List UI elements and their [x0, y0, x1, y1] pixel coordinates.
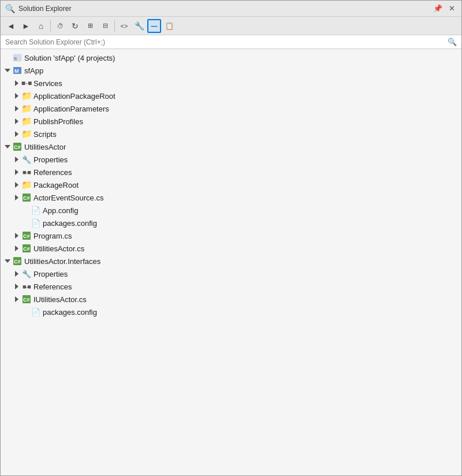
uai-packages-config-item[interactable]: 📄 packages.config [1, 306, 461, 318]
uai-properties-item[interactable]: 🔧 Properties [1, 267, 461, 280]
arrow-down-icon-3 [5, 259, 10, 263]
wrench-icon-2: 🔧 [21, 269, 32, 279]
ua-utilitiesactor-cs-expand[interactable] [12, 244, 21, 253]
csfile-icon-4: C# [21, 294, 32, 304]
arrow-right-icon-3 [15, 106, 18, 111]
solution-explorer-window: 🔍 Solution Explorer 📌 ✕ ◄ ► ⌂ ⏱ ↻ ⊞ ⊟ <>… [0, 0, 462, 476]
sfapp-icon: M [12, 65, 23, 76]
config-icon-2: 📄 [31, 218, 41, 228]
app-package-root-item[interactable]: 📁 ApplicationPackageRoot [1, 90, 461, 102]
arrow-right-icon-9 [15, 195, 18, 200]
uai-references-expand[interactable] [12, 282, 21, 291]
ua-utilitiesactor-cs-item[interactable]: C# UtilitiesActor.cs [1, 242, 461, 255]
app-params-expand[interactable] [12, 104, 21, 113]
ua-packages-config-label: packages.config [43, 219, 97, 228]
csharp-icon-2: C# [12, 256, 23, 266]
utilities-actor-interfaces-label: UtilitiesActor.Interfaces [24, 257, 100, 266]
app-params-item[interactable]: 📁 ApplicationParameters [1, 102, 461, 115]
sfapp-expand[interactable] [3, 66, 12, 75]
ua-properties-expand[interactable] [12, 155, 21, 164]
folder-icon-4: 📁 [21, 129, 32, 139]
ua-package-root-expand[interactable] [12, 180, 21, 189]
pin-button[interactable]: 📌 [433, 3, 443, 14]
utilities-actor-item[interactable]: C# UtilitiesActor [1, 140, 461, 153]
solution-item[interactable]: S Solution 'sfApp' (4 projects) [1, 51, 461, 64]
search-input[interactable] [5, 38, 448, 46]
ua-packages-config-item[interactable]: 📄 packages.config [1, 217, 461, 229]
sfapp-label: sfApp [24, 66, 43, 75]
folder-icon-5: 📁 [21, 180, 32, 190]
ua-references-item[interactable]: ■-■ References [1, 166, 461, 178]
ua-actor-event-source-item[interactable]: C# ActorEventSource.cs [1, 191, 461, 204]
forward-button[interactable]: ► [19, 19, 33, 33]
csharp-icon-1: C# [12, 142, 23, 152]
app-params-label: ApplicationParameters [33, 105, 109, 113]
refresh-button[interactable]: ↻ [68, 19, 82, 33]
utilities-actor-interfaces-item[interactable]: C# UtilitiesActor.Interfaces [1, 255, 461, 267]
services-expand[interactable] [12, 79, 21, 88]
pending-changes-button[interactable]: ⏱ [53, 19, 67, 33]
references-icon-1: ■-■ [21, 167, 32, 177]
ua-actor-event-label: ActorEventSource.cs [33, 194, 103, 202]
scripts-label: Scripts [33, 130, 57, 139]
svg-text:C#: C# [14, 144, 21, 150]
uai-iutilitiesactor-expand[interactable] [12, 295, 21, 304]
scripts-item[interactable]: 📁 Scripts [1, 128, 461, 140]
services-icon: ■-■ [21, 78, 32, 88]
back-button[interactable]: ◄ [4, 19, 18, 33]
folder-icon-1: 📁 [21, 91, 32, 101]
ua-references-expand[interactable] [12, 168, 21, 177]
show-all-files-button[interactable]: ⊞ [83, 19, 97, 33]
csfile-icon-1: C# [21, 192, 32, 203]
arrow-right-icon-6 [15, 157, 18, 162]
arrow-right-icon-5 [15, 131, 18, 137]
scripts-expand[interactable] [12, 129, 21, 139]
publish-profiles-item[interactable]: 📁 PublishProfiles [1, 115, 461, 128]
sfapp-item[interactable]: M sfApp [1, 64, 461, 77]
uai-iutilitiesactor-item[interactable]: C# IUtilitiesActor.cs [1, 293, 461, 306]
arrow-right-icon-11 [15, 246, 18, 251]
ua-app-config-item[interactable]: 📄 App.config [1, 204, 461, 217]
preview-button[interactable]: — [147, 19, 161, 33]
show-properties-button[interactable]: ⊟ [98, 19, 112, 33]
arrow-right-icon [15, 80, 18, 86]
window-icon: 🔍 [5, 4, 15, 13]
copy-button[interactable]: 📋 [162, 19, 176, 33]
ua-properties-item[interactable]: 🔧 Properties [1, 153, 461, 166]
svg-text:C#: C# [23, 246, 30, 252]
ua-package-root-label: PackageRoot [33, 181, 79, 189]
utilities-actor-interfaces-expand[interactable] [3, 256, 12, 266]
csfile-icon-2: C# [21, 230, 32, 241]
code-view-button[interactable]: <> [117, 19, 131, 33]
publish-profiles-label: PublishProfiles [33, 117, 83, 126]
utilities-actor-expand[interactable] [3, 142, 12, 151]
toolbar: ◄ ► ⌂ ⏱ ↻ ⊞ ⊟ <> 🔧 — 📋 [1, 17, 461, 35]
arrow-down-icon-2 [5, 145, 10, 148]
uai-references-item[interactable]: ■-■ References [1, 280, 461, 293]
svg-text:M: M [14, 68, 19, 74]
ua-references-label: References [33, 168, 72, 177]
ua-program-expand[interactable] [12, 231, 21, 240]
app-package-root-expand[interactable] [12, 91, 21, 101]
ua-program-item[interactable]: C# Program.cs [1, 229, 461, 242]
ua-utilitiesactor-cs-label: UtilitiesActor.cs [33, 244, 84, 253]
settings-button[interactable]: 🔧 [132, 19, 146, 33]
arrow-right-icon-14 [15, 296, 18, 302]
arrow-right-icon-4 [15, 118, 18, 124]
toolbar-separator-2 [114, 20, 115, 32]
config-icon-3: 📄 [31, 307, 41, 317]
folder-icon-3: 📁 [21, 116, 32, 127]
home-button[interactable]: ⌂ [34, 19, 48, 33]
ua-actor-event-expand[interactable] [12, 193, 21, 202]
uai-references-label: References [33, 282, 72, 291]
arrow-right-icon-8 [15, 182, 18, 188]
title-bar-controls: 📌 ✕ [433, 3, 457, 14]
close-button[interactable]: ✕ [446, 3, 457, 14]
services-item[interactable]: ■-■ Services [1, 77, 461, 90]
uai-properties-expand[interactable] [12, 269, 21, 278]
ua-package-root-item[interactable]: 📁 PackageRoot [1, 178, 461, 191]
references-icon-2: ■-■ [21, 281, 32, 292]
publish-profiles-expand[interactable] [12, 117, 21, 126]
ua-program-label: Program.cs [33, 232, 72, 240]
svg-text:C#: C# [14, 259, 21, 265]
